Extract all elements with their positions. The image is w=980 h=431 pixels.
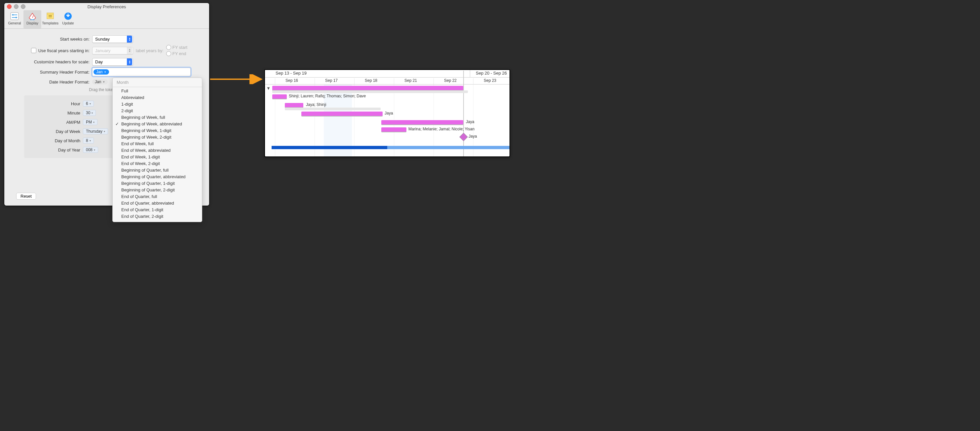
- progress-fill: [272, 146, 387, 149]
- summary-header-field[interactable]: Jan ▼: [92, 68, 191, 76]
- summary-header-label: Summary Header Format:: [4, 70, 92, 74]
- gantt-preview: Sep 13 - Sep 19 Sep 20 - Sep 26 Sep 16 S…: [264, 69, 510, 157]
- day-cell: Sep 16: [275, 78, 308, 84]
- label-years-by: label years by:: [136, 48, 164, 53]
- chevron-down-icon: ▼: [104, 71, 107, 74]
- start-weeks-select[interactable]: Sunday ▲▼: [92, 35, 133, 43]
- date-header-label: Date Header Format:: [4, 79, 92, 84]
- gantt-day-header: Sep 16 Sep 17 Sep 18 Sep 21 Sep 22 Sep 2…: [265, 78, 509, 84]
- toolbar: General 17 Display Templates: [4, 10, 209, 29]
- start-weeks-label: Start weeks on:: [4, 36, 92, 41]
- tab-display-label: Display: [24, 21, 41, 25]
- menu-item[interactable]: End of Week, 2-digit: [113, 160, 202, 167]
- summary-token-jan[interactable]: Jan ▼: [94, 69, 109, 74]
- dom-label: Day of Month: [24, 138, 83, 143]
- tab-update-label: Update: [59, 21, 77, 25]
- task-bar[interactable]: [381, 127, 406, 132]
- dow-label: Day of Week: [24, 129, 83, 134]
- task-bar[interactable]: [301, 111, 383, 116]
- fiscal-month-select[interactable]: January ▲▼: [92, 47, 133, 54]
- svg-rect-10: [49, 15, 52, 16]
- milestone-icon[interactable]: [459, 133, 468, 141]
- menu-item[interactable]: End of Quarter, 2-digit: [113, 213, 202, 220]
- menu-item[interactable]: Abbreviated: [113, 94, 202, 101]
- start-weeks-value: Sunday: [95, 36, 110, 41]
- ampm-label: AM/PM: [24, 120, 83, 125]
- dom-chip[interactable]: 8▾: [83, 138, 94, 144]
- customize-scale-select[interactable]: Day ▲▼: [92, 58, 133, 66]
- fy-start-radio[interactable]: [166, 45, 171, 50]
- gantt-body: ▼ Shinji; Lauren; Rafiq; Thomas; Simon; …: [265, 84, 509, 157]
- menu-item[interactable]: 1-digit: [113, 101, 202, 108]
- doy-chip[interactable]: 008▾: [83, 147, 98, 153]
- menu-item[interactable]: End of Quarter, abbreviated: [113, 200, 202, 207]
- date-token-jan[interactable]: Jan ▼: [92, 79, 108, 84]
- fy-start-label: FY start: [172, 45, 187, 50]
- menu-item[interactable]: Beginning of Week, 1-digit: [113, 127, 202, 134]
- menu-item[interactable]: Beginning of Quarter, abbreviated: [113, 174, 202, 180]
- task-label: Jaya: [385, 111, 393, 116]
- task-label: Jaya: [466, 119, 474, 124]
- dow-chip[interactable]: Thursday▾: [83, 128, 108, 134]
- task-bar[interactable]: [272, 94, 287, 99]
- templates-icon: [45, 11, 55, 21]
- day-cell: Sep 17: [315, 78, 348, 84]
- svg-point-2: [12, 14, 14, 16]
- minute-label: Minute: [24, 111, 83, 116]
- menu-item[interactable]: Beginning of Quarter, 2-digit: [113, 187, 202, 193]
- window-title: Display Preferences: [4, 4, 209, 9]
- titlebar: Display Preferences: [4, 3, 209, 10]
- arrow-icon: [210, 74, 266, 84]
- task-label: Marina; Melanie; Jamal; Nicole; Yisan: [408, 127, 474, 132]
- menu-item[interactable]: End of Quarter, 1-digit: [113, 207, 202, 213]
- tab-display[interactable]: 17 Display: [24, 10, 41, 29]
- task-label: Jaya; Shinji: [306, 102, 326, 107]
- fiscal-month-value: January: [95, 48, 110, 53]
- customize-headers-label: Customize headers for scale:: [4, 59, 92, 64]
- menu-item[interactable]: 2-digit: [113, 108, 202, 114]
- day-cell: Sep 22: [433, 78, 467, 84]
- chevron-down-icon: ▼: [102, 81, 105, 84]
- day-cell: Sep 23: [473, 78, 506, 84]
- fy-end-radio[interactable]: [166, 51, 171, 56]
- hour-chip[interactable]: 6▾: [83, 101, 94, 106]
- menu-item[interactable]: Beginning of Week, 2-digit: [113, 134, 202, 141]
- task-label: Shinji; Lauren; Rafiq; Thomas; Simon; Da…: [289, 94, 366, 98]
- task-bar[interactable]: [285, 103, 303, 107]
- menu-item[interactable]: End of Week, full: [113, 141, 202, 147]
- svg-rect-0: [11, 13, 19, 20]
- summary-cell: Sep 13 - Sep 19: [275, 71, 307, 76]
- minute-chip[interactable]: 30▾: [83, 110, 96, 116]
- task-bar[interactable]: [381, 120, 463, 124]
- menu-item[interactable]: Beginning of Quarter, 1-digit: [113, 180, 202, 187]
- tab-general-label: General: [6, 21, 24, 25]
- tab-templates[interactable]: Templates: [41, 10, 59, 29]
- svg-rect-11: [49, 16, 52, 17]
- task-bar[interactable]: [272, 86, 463, 90]
- tab-update[interactable]: Update: [59, 10, 77, 29]
- menu-item[interactable]: Beginning of Week, full: [113, 114, 202, 121]
- ampm-chip[interactable]: PM▾: [83, 119, 97, 125]
- day-cell: Sep 21: [394, 78, 427, 84]
- task-label: Jaya: [469, 134, 477, 139]
- fiscal-years-checkbox[interactable]: [31, 48, 37, 53]
- day-cell: Sep 18: [354, 78, 388, 84]
- group-disclosure-icon[interactable]: ▼: [266, 86, 270, 91]
- customize-scale-value: Day: [95, 59, 103, 64]
- menu-item[interactable]: End of Week, abbreviated: [113, 147, 202, 154]
- svg-point-4: [16, 17, 17, 18]
- menu-item[interactable]: Full: [113, 88, 202, 94]
- gantt-summary-header: Sep 13 - Sep 19 Sep 20 - Sep 26: [265, 70, 509, 78]
- summary-cell: Sep 20 - Sep 26: [476, 71, 507, 76]
- fy-end-label: FY end: [172, 51, 186, 56]
- tab-general[interactable]: General: [6, 10, 24, 29]
- month-format-menu: Month FullAbbreviated1-digit2-digitBegin…: [112, 78, 202, 222]
- menu-item[interactable]: Beginning of Week, abbreviated: [113, 121, 202, 127]
- menu-item[interactable]: Beginning of Quarter, full: [113, 167, 202, 174]
- doy-label: Day of Year: [24, 147, 83, 152]
- menu-item[interactable]: End of Quarter, full: [113, 193, 202, 200]
- download-icon: [63, 11, 73, 21]
- sliders-icon: [10, 11, 19, 21]
- menu-item[interactable]: End of Week, 1-digit: [113, 154, 202, 160]
- reset-button[interactable]: Reset: [16, 193, 36, 200]
